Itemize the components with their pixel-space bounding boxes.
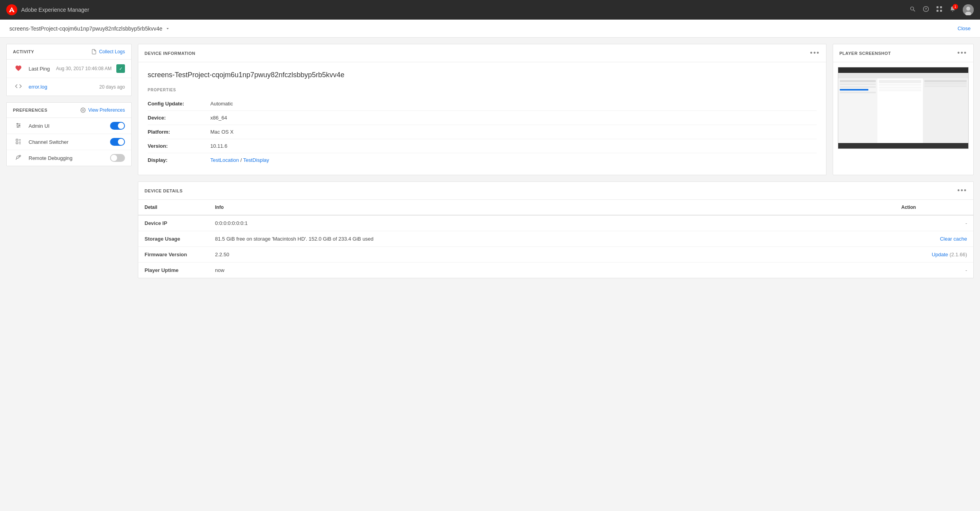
device-ip-action: -: [895, 215, 973, 231]
svg-rect-5: [940, 6, 942, 8]
player-uptime-action: -: [895, 263, 973, 278]
app-logo: [6, 4, 17, 15]
device-details-header: DEVICE DETAILS •••: [138, 182, 973, 200]
screenshot-header: PLAYER SCREENSHOT •••: [833, 44, 973, 62]
device-info-header: DEVICE INFORMATION •••: [138, 44, 826, 62]
apps-icon[interactable]: [936, 6, 942, 14]
svg-rect-18: [16, 139, 18, 141]
collect-logs-label: Collect Logs: [99, 49, 125, 54]
test-location-link[interactable]: TestLocation: [210, 157, 239, 163]
svg-point-15: [17, 123, 18, 124]
device-details-title: DEVICE DETAILS: [145, 188, 183, 193]
ping-status-check: ✓: [116, 64, 125, 73]
channel-icon: [13, 138, 24, 146]
storage-usage-row: Storage Usage 81.5 GiB free on storage '…: [138, 231, 973, 247]
svg-point-9: [966, 7, 970, 11]
screenshot-more[interactable]: •••: [957, 49, 967, 57]
left-panel: ACTIVITY Collect Logs Last Ping Aug 30, …: [6, 44, 132, 505]
last-ping-time: Aug 30, 2017 10:46:08 AM: [56, 66, 112, 71]
view-preferences-label: View Preferences: [88, 107, 125, 113]
player-uptime-row: Player Uptime now -: [138, 263, 973, 278]
prop-key-config: Config Update:: [148, 97, 210, 111]
svg-rect-4: [937, 6, 938, 8]
avatar[interactable]: [963, 4, 974, 15]
firmware-version-action: Update (2.1.66): [895, 247, 973, 263]
error-log-link[interactable]: error.log: [29, 84, 47, 90]
prop-device: Device: x86_64: [148, 111, 817, 125]
prop-key-version: Version:: [148, 139, 210, 153]
firmware-version-value: 2.2.50: [209, 247, 895, 263]
test-display-link[interactable]: TestDisplay: [243, 157, 269, 163]
preferences-title: PREFERENCES: [13, 108, 47, 112]
device-ip-label: Device IP: [138, 215, 209, 231]
device-info-title: DEVICE INFORMATION: [145, 51, 195, 56]
preferences-header: PREFERENCES View Preferences: [7, 103, 131, 118]
bell-icon[interactable]: 1: [949, 6, 956, 14]
storage-usage-action: Clear cache: [895, 231, 973, 247]
channel-switcher-row: Channel Switcher: [7, 134, 131, 150]
debug-icon: [13, 154, 24, 162]
view-preferences-button[interactable]: View Preferences: [80, 107, 125, 113]
admin-ui-row: Admin UI: [7, 118, 131, 134]
properties-table: Config Update: Automatic Device: x86_64 …: [148, 97, 817, 167]
detail-table-header: Detail Info Action: [138, 200, 973, 215]
heart-icon: [13, 65, 24, 73]
svg-point-16: [19, 125, 20, 126]
prop-key-device: Device:: [148, 111, 210, 125]
preferences-panel: PREFERENCES View Preferences Admin UI: [6, 102, 132, 166]
last-ping-label: Last Ping: [29, 66, 51, 72]
help-icon[interactable]: ?: [923, 6, 929, 14]
bell-badge: 1: [953, 4, 958, 9]
svg-line-1: [913, 10, 915, 11]
screenshot-image: 16 days ago: [838, 67, 969, 149]
device-info-card: DEVICE INFORMATION ••• screens-TestProje…: [138, 44, 826, 175]
player-screenshot-card: PLAYER SCREENSHOT ••• 16 days ago: [833, 44, 974, 175]
last-ping-row: Last Ping Aug 30, 2017 10:46:08 AM ✓: [7, 60, 131, 78]
device-details-table: Detail Info Action Device IP 0:0:0:0:0:0…: [138, 200, 973, 278]
clear-cache-button[interactable]: Clear cache: [940, 236, 967, 242]
prop-key-platform: Platform:: [148, 125, 210, 139]
remote-debugging-row: Remote Debugging: [7, 150, 131, 166]
prop-val-version: 10.11.6: [210, 139, 817, 153]
error-log-time: 20 days ago: [99, 84, 125, 90]
firmware-version-label: Firmware Version: [138, 247, 209, 263]
sliders-icon: [13, 122, 24, 130]
search-icon[interactable]: [909, 6, 916, 14]
device-details-more[interactable]: •••: [957, 187, 967, 195]
main-layout: ACTIVITY Collect Logs Last Ping Aug 30, …: [0, 38, 980, 511]
update-version: (2.1.66): [949, 252, 967, 257]
app-title: Adobe Experience Manager: [21, 7, 89, 13]
error-log-label[interactable]: error.log: [29, 84, 95, 90]
device-details-card: DEVICE DETAILS ••• Detail Info Action De…: [138, 181, 974, 278]
prop-key-display: Display:: [148, 153, 210, 167]
svg-rect-7: [940, 10, 942, 12]
prop-version: Version: 10.11.6: [148, 139, 817, 153]
svg-point-17: [17, 126, 18, 127]
admin-ui-label: Admin UI: [29, 123, 105, 129]
svg-rect-21: [16, 142, 18, 144]
player-uptime-label: Player Uptime: [138, 263, 209, 278]
nav-right: ? 1: [909, 4, 974, 15]
svg-point-0: [911, 7, 914, 10]
activity-header: ACTIVITY Collect Logs: [7, 44, 131, 60]
collect-logs-button[interactable]: Collect Logs: [91, 49, 125, 54]
svg-point-11: [82, 109, 84, 111]
admin-ui-toggle[interactable]: [110, 122, 125, 130]
storage-usage-value: 81.5 GiB free on storage 'Macintosh HD'.…: [209, 231, 895, 247]
close-button[interactable]: Close: [958, 25, 971, 31]
prop-val-device: x86_64: [210, 111, 817, 125]
update-button[interactable]: Update (2.1.66): [932, 252, 967, 257]
prop-display: Display: TestLocation / TestDisplay: [148, 153, 817, 167]
channel-switcher-toggle[interactable]: [110, 138, 125, 146]
nav-left: Adobe Experience Manager: [6, 4, 89, 15]
screenshot-title: PLAYER SCREENSHOT: [839, 51, 891, 56]
right-content: DEVICE INFORMATION ••• screens-TestProje…: [138, 44, 974, 505]
storage-usage-label: Storage Usage: [138, 231, 209, 247]
prop-val-config: Automatic: [210, 97, 817, 111]
device-info-content: screens-TestProject-cqojm6u1np7pwuy82nfc…: [138, 62, 826, 175]
project-selector[interactable]: screens-TestProject-cqojm6u1np7pwuy82nfc…: [9, 25, 170, 32]
activity-title: ACTIVITY: [13, 49, 34, 54]
device-info-more[interactable]: •••: [810, 49, 820, 57]
device-ip-value: 0:0:0:0:0:0:0:1: [209, 215, 895, 231]
remote-debugging-toggle[interactable]: [110, 154, 125, 162]
